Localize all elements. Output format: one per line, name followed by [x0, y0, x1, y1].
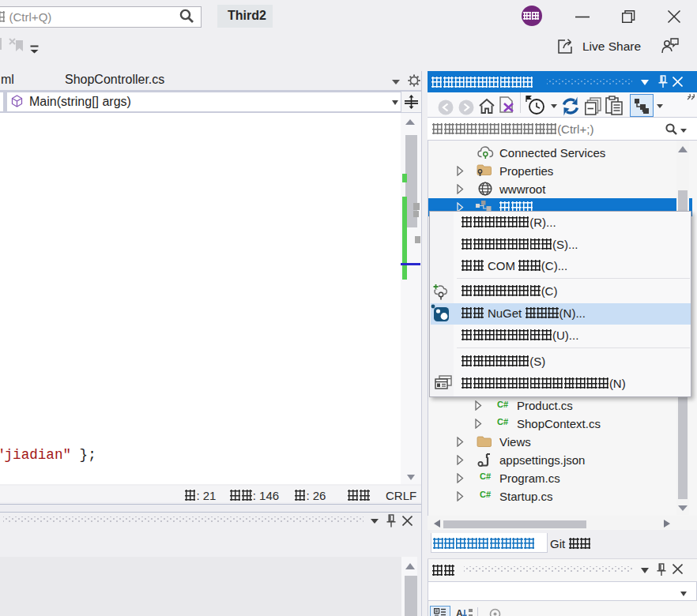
svg-text:A: A: [456, 608, 463, 616]
